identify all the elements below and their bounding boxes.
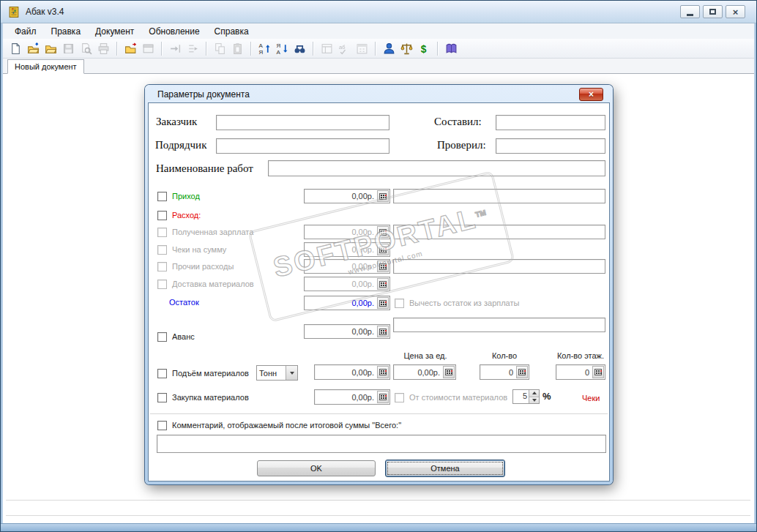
- sort-ascending-button[interactable]: АЯ: [256, 40, 273, 57]
- salary-description-input[interactable]: [393, 225, 605, 239]
- new-document-button[interactable]: [7, 40, 24, 57]
- delivery-amount-field[interactable]: 0,00р.: [304, 277, 390, 291]
- menu-edit[interactable]: Правка: [44, 23, 89, 39]
- purchase-amount-field[interactable]: 0,00р.: [314, 389, 390, 405]
- unit-combobox[interactable]: Тонн: [256, 365, 298, 381]
- print-button[interactable]: [94, 40, 112, 57]
- move-right-icon: [169, 42, 182, 55]
- document-parameters-dialog: Параметры документа × Заказчик Составил:…: [145, 85, 613, 484]
- maximize-button[interactable]: [703, 5, 723, 18]
- receipts-checkbox[interactable]: [157, 245, 167, 255]
- sort-descending-button[interactable]: ЯА: [273, 40, 291, 57]
- scales-button[interactable]: [398, 40, 415, 57]
- move-right-button[interactable]: [166, 40, 184, 57]
- dialog-close-button[interactable]: ×: [579, 88, 603, 101]
- compiler-input[interactable]: [496, 115, 605, 130]
- merge-rows-button[interactable]: [184, 40, 201, 57]
- lifting-checkbox[interactable]: [157, 369, 167, 378]
- work-name-input[interactable]: [268, 160, 605, 176]
- svg-text:аб: аб: [339, 43, 345, 50]
- percent-spinner[interactable]: 5: [512, 389, 540, 404]
- other-expenses-checkbox[interactable]: [157, 262, 167, 271]
- calculator-icon: [379, 369, 387, 375]
- calculator-button[interactable]: [377, 190, 389, 202]
- comment-input[interactable]: [157, 435, 606, 453]
- new-document-icon: [10, 42, 22, 55]
- expense-checkbox[interactable]: [157, 211, 167, 220]
- receipts-row: Чеки на сумму: [157, 244, 226, 255]
- calculator-button[interactable]: [592, 366, 604, 378]
- paste-button[interactable]: [228, 40, 246, 57]
- open-import-button[interactable]: [24, 40, 42, 57]
- checker-input[interactable]: [496, 138, 605, 154]
- remainder-amount-field[interactable]: 0,00р.: [304, 296, 390, 310]
- lifting-price-field[interactable]: 0,00р.: [393, 364, 456, 380]
- calculator-icon: [379, 329, 387, 335]
- deduct-remainder-checkbox[interactable]: [395, 299, 404, 308]
- calculator-button[interactable]: [377, 226, 389, 238]
- calculator-button[interactable]: [377, 297, 389, 309]
- calculator-button[interactable]: [377, 244, 389, 255]
- toolbar-separator: [375, 42, 376, 56]
- calendar-button[interactable]: [353, 40, 370, 57]
- income-checkbox[interactable]: [157, 192, 167, 201]
- report-button[interactable]: [318, 40, 335, 57]
- calculator-button[interactable]: [377, 278, 389, 290]
- of-materials-cost-checkbox[interactable]: [395, 393, 404, 402]
- other-expenses-description-input[interactable]: [393, 259, 605, 274]
- delivery-checkbox[interactable]: [157, 280, 167, 289]
- other-expenses-amount-field[interactable]: 0,00р.: [304, 259, 390, 274]
- customer-input[interactable]: [216, 115, 389, 130]
- advance-amount-field[interactable]: 0,00р.: [304, 324, 390, 339]
- receipts-link[interactable]: Чеки: [582, 394, 600, 402]
- spell-check-button[interactable]: аб: [335, 40, 353, 57]
- receipts-amount-field[interactable]: 0,00р.: [304, 242, 390, 257]
- salary-checkbox[interactable]: [157, 228, 167, 237]
- calculator-icon: [379, 281, 387, 288]
- menu-file[interactable]: Файл: [7, 23, 44, 39]
- comment-checkbox[interactable]: [157, 421, 167, 430]
- copy-icon: [214, 42, 226, 55]
- menu-help[interactable]: Справка: [207, 23, 256, 39]
- user-button[interactable]: [380, 40, 398, 57]
- close-button[interactable]: ×: [726, 5, 745, 18]
- income-description-input[interactable]: [393, 189, 605, 203]
- calculator-button[interactable]: [516, 366, 528, 378]
- ok-button[interactable]: OK: [257, 460, 376, 476]
- contractor-input[interactable]: [216, 138, 389, 154]
- salary-amount-field[interactable]: 0,00р.: [304, 225, 390, 239]
- lifting-amount-field[interactable]: 0,00р.: [314, 364, 390, 380]
- dropdown-arrow-icon[interactable]: [286, 366, 297, 380]
- copy-button[interactable]: [211, 40, 228, 57]
- calculator-button[interactable]: [377, 391, 389, 403]
- currency-dollar-button[interactable]: $: [415, 40, 433, 57]
- tab-new-document[interactable]: Новый документ: [7, 59, 84, 74]
- advance-checkbox[interactable]: [157, 332, 167, 342]
- calculator-button[interactable]: [377, 326, 389, 337]
- menu-document[interactable]: Документ: [88, 23, 141, 39]
- purchase-checkbox[interactable]: [157, 393, 167, 402]
- cancel-button[interactable]: Отмена: [385, 460, 505, 477]
- report-icon: [321, 42, 333, 55]
- save-button[interactable]: [59, 40, 77, 57]
- calculator-button[interactable]: [443, 366, 455, 378]
- print-preview-button[interactable]: [77, 40, 94, 57]
- minimize-button[interactable]: [680, 5, 700, 18]
- find-button[interactable]: [291, 40, 308, 57]
- lifting-quantity-field[interactable]: 0: [480, 364, 529, 380]
- export-folder-button[interactable]: [122, 40, 139, 57]
- spinner-up-button[interactable]: [529, 390, 539, 397]
- open-folder-button[interactable]: [42, 40, 59, 57]
- calculator-button[interactable]: [377, 261, 389, 272]
- lifting-floors-field[interactable]: 0: [556, 364, 605, 380]
- window-view-button[interactable]: [139, 40, 157, 57]
- price-per-unit-label: Цена за ед.: [394, 351, 457, 360]
- income-amount-field[interactable]: 0,00р.: [304, 189, 390, 203]
- income-label: Приход: [172, 192, 200, 201]
- advance-description-input[interactable]: [393, 318, 605, 332]
- spinner-down-button[interactable]: [529, 397, 539, 404]
- open-import-icon: [27, 42, 40, 55]
- help-book-button[interactable]: [442, 40, 460, 57]
- calculator-button[interactable]: [377, 366, 389, 378]
- menu-update[interactable]: Обновление: [141, 23, 206, 39]
